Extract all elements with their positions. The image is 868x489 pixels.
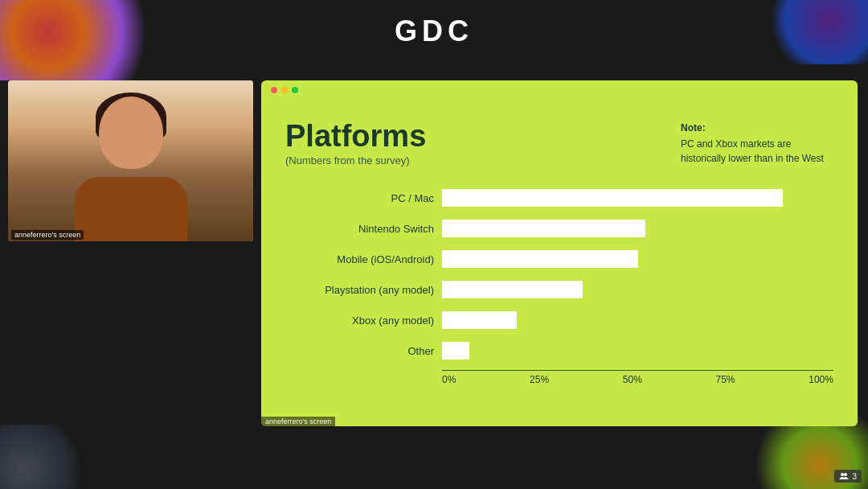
chart-bar-container: [442, 189, 833, 207]
gdc-logo: GDC: [395, 14, 473, 48]
chart-row: PC / Mac: [285, 187, 833, 209]
chart-area: PC / MacNintendo SwitchMobile (iOS/Andro…: [285, 187, 833, 385]
slide-container: Platforms (Numbers from the survey) Note…: [261, 80, 858, 426]
x-axis-label: 25%: [530, 374, 549, 385]
webcam-container: anneferrero's screen: [8, 80, 253, 241]
chart-bar: [442, 189, 783, 207]
chart-bar: [442, 220, 645, 237]
x-axis-label: 0%: [442, 374, 456, 385]
chart-label: Nintendo Switch: [285, 223, 442, 235]
chart-bar-container: [442, 220, 833, 237]
svg-point-1: [844, 473, 847, 476]
bg-decoration-top-left: [0, 0, 161, 80]
chart-bar-container: [442, 342, 833, 360]
chart-bar: [442, 281, 583, 298]
chart-row: Nintendo Switch: [285, 217, 833, 240]
chart-row: Xbox (any model): [285, 309, 833, 331]
x-axis-label: 50%: [623, 374, 642, 385]
chart-bar-container: [442, 311, 833, 329]
chart-bar-container: [442, 281, 833, 298]
slide-note-text: PC and Xbox markets are historically low…: [681, 137, 825, 166]
chart-row: Mobile (iOS/Android): [285, 248, 833, 270]
person-head: [99, 97, 163, 169]
slide-content: Platforms (Numbers from the survey) Note…: [285, 121, 833, 426]
chart-label: Other: [285, 345, 442, 357]
bg-decoration-bottom-left: [0, 425, 80, 489]
webcam-person: [8, 80, 253, 241]
chart-bar: [442, 311, 517, 329]
svg-point-0: [841, 473, 844, 476]
x-axis-label: 75%: [716, 374, 735, 385]
dot-red: [271, 87, 277, 93]
chart-label: Playstation (any model): [285, 284, 442, 296]
chart-bar-container: [442, 250, 833, 268]
chart-bar: [442, 342, 469, 360]
chart-label: Xbox (any model): [285, 314, 442, 327]
dot-yellow: [281, 87, 288, 93]
participant-number: 3: [852, 472, 857, 481]
person-body: [75, 177, 187, 241]
chart-row: Playstation (any model): [285, 278, 833, 301]
chart-row: Other: [285, 339, 833, 362]
bg-decoration-top-right: [772, 0, 868, 64]
chart-bar: [442, 250, 638, 268]
webcam-label: anneferrero's screen: [11, 230, 84, 240]
browser-dots: [271, 87, 298, 93]
slide-note-title: Note:: [681, 121, 825, 135]
x-axis-labels: 0%25%50%75%100%: [442, 370, 833, 385]
participant-count: 3: [834, 470, 862, 483]
screen-label: anneferrero's screen: [261, 417, 335, 426]
people-icon: [839, 471, 849, 481]
x-axis-label: 100%: [809, 374, 833, 385]
chart-label: Mobile (iOS/Android): [285, 253, 442, 265]
x-axis: 0%25%50%75%100%: [285, 370, 833, 385]
dot-green: [292, 87, 298, 93]
slide-note: Note: PC and Xbox markets are historical…: [681, 121, 825, 166]
chart-label: PC / Mac: [285, 192, 442, 204]
